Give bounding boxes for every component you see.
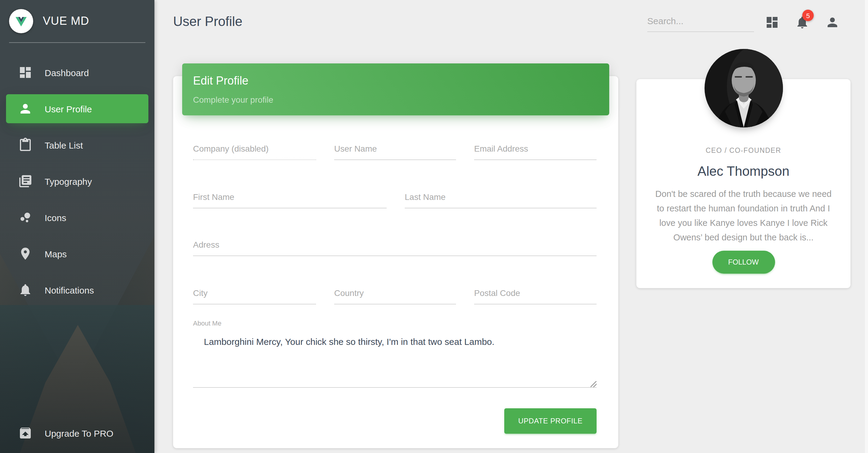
profile-name: Alec Thompson <box>637 164 850 179</box>
library-books-icon <box>18 174 33 189</box>
country-field <box>334 283 456 304</box>
sidebar-item-notifications[interactable]: Notifications <box>6 276 148 304</box>
sidebar-item-label: Maps <box>44 249 67 259</box>
last-name-input[interactable] <box>405 187 596 208</box>
sidebar-item-typography[interactable]: Typography <box>6 167 148 196</box>
textarea-resize-grip-icon[interactable] <box>591 381 596 387</box>
unarchive-icon <box>18 426 33 440</box>
sidebar-item-maps[interactable]: Maps <box>6 239 148 268</box>
dashboard-icon <box>18 65 33 80</box>
company-field <box>193 139 316 160</box>
sidebar-item-label: Table List <box>44 140 83 150</box>
scrollbar[interactable] <box>865 0 868 453</box>
username-field <box>334 139 456 160</box>
sidebar-item-icons[interactable]: Icons <box>6 203 148 232</box>
sidebar-item-label: Dashboard <box>44 67 89 78</box>
sidebar-item-upgrade-to-pro[interactable]: Upgrade To PRO <box>6 419 148 448</box>
search-input[interactable] <box>647 13 754 32</box>
city-field <box>193 283 316 304</box>
postal-code-field <box>474 283 596 304</box>
sidebar-item-label: Typography <box>44 176 92 186</box>
sidebar-item-dashboard[interactable]: Dashboard <box>6 58 148 87</box>
sidebar-item-label: Upgrade To PRO <box>44 428 114 438</box>
sidebar-divider <box>9 42 145 43</box>
sidebar-item-label: Notifications <box>44 285 94 295</box>
about-me-label: About Me <box>193 319 221 327</box>
sidebar-item-label: Icons <box>44 212 66 223</box>
address-input[interactable] <box>193 235 596 256</box>
username-input[interactable] <box>334 139 456 160</box>
person-icon <box>825 15 840 30</box>
dashboard-shortcut-button[interactable] <box>765 15 779 30</box>
first-name-field <box>193 187 386 208</box>
page-title: User Profile <box>173 14 243 30</box>
postal-code-input[interactable] <box>474 283 596 304</box>
sidebar-item-user-profile[interactable]: User Profile <box>6 94 148 123</box>
edit-profile-card-header: Edit Profile Complete your profile <box>182 63 609 115</box>
dashboard-icon <box>765 15 779 30</box>
email-input[interactable] <box>474 139 596 160</box>
vue-logo-icon <box>9 9 33 33</box>
bell-icon <box>18 283 33 297</box>
company-input <box>193 139 316 160</box>
notification-badge: 5 <box>802 10 814 21</box>
search-field <box>647 13 754 32</box>
sidebar-nav: Dashboard User Profile Table List Typogr… <box>0 58 154 312</box>
profile-role: CEO / CO-FOUNDER <box>637 147 850 154</box>
profile-card: CEO / CO-FOUNDER Alec Thompson Don't be … <box>637 79 850 288</box>
sidebar-item-table-list[interactable]: Table List <box>6 131 148 160</box>
profile-quote: Don't be scared of the truth because we … <box>651 187 836 245</box>
brand[interactable]: VUE MD <box>0 0 154 42</box>
edit-profile-title: Edit Profile <box>193 74 598 88</box>
sidebar: VUE MD Dashboard User Profile Table Li <box>0 0 154 453</box>
first-name-input[interactable] <box>193 187 386 208</box>
clipboard-icon <box>18 138 33 152</box>
bubble-chart-icon <box>18 210 33 225</box>
address-field <box>193 235 596 256</box>
sidebar-item-label: User Profile <box>44 104 92 114</box>
brand-name: VUE MD <box>43 15 89 28</box>
about-me-textarea[interactable]: Lamborghini Mercy, Your chick she so thi… <box>193 329 596 388</box>
profile-menu-button[interactable] <box>825 15 840 30</box>
avatar[interactable] <box>704 49 783 128</box>
app-root: VUE MD Dashboard User Profile Table Li <box>0 0 868 453</box>
email-field <box>474 139 596 160</box>
edit-profile-card: Edit Profile Complete your profile <box>173 76 618 448</box>
last-name-field <box>405 187 596 208</box>
follow-button[interactable]: FOLLOW <box>712 251 775 274</box>
place-icon <box>18 247 33 261</box>
update-profile-button[interactable]: UPDATE PROFILE <box>504 408 596 434</box>
person-icon <box>18 102 33 116</box>
city-input[interactable] <box>193 283 316 304</box>
country-input[interactable] <box>334 283 456 304</box>
edit-profile-subtitle: Complete your profile <box>193 95 598 105</box>
